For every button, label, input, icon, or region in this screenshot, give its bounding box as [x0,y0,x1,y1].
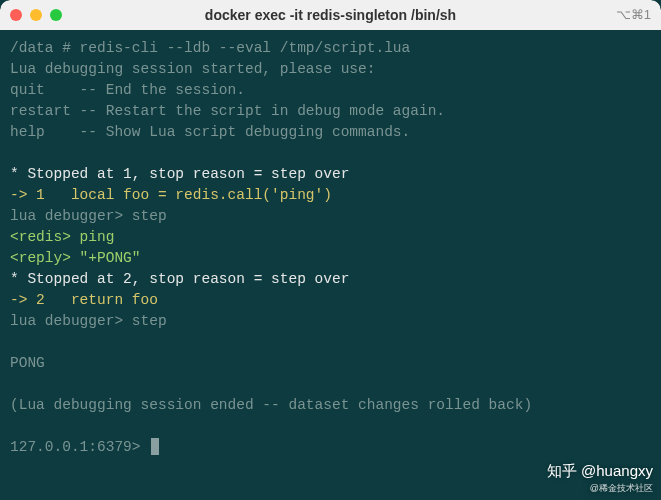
terminal-line: * Stopped at 2, stop reason = step over [10,269,651,290]
terminal-line [10,143,651,164]
window-title: docker exec -it redis-singleton /bin/sh [0,5,661,25]
terminal-line: quit -- End the session. [10,80,651,101]
terminal-line [10,332,651,353]
terminal-line: 127.0.0.1:6379> [10,437,651,458]
terminal-line: lua debugger> step [10,206,651,227]
keyboard-shortcut: ⌥⌘1 [616,6,651,25]
watermark: 知乎 @huangxy @稀金技术社区 [547,460,653,495]
titlebar: docker exec -it redis-singleton /bin/sh … [0,0,661,30]
terminal-line: help -- Show Lua script debugging comman… [10,122,651,143]
terminal-line: -> 2 return foo [10,290,651,311]
terminal-line: <redis> ping [10,227,651,248]
terminal-line: lua debugger> step [10,311,651,332]
terminal-line [10,374,651,395]
terminal-line: Lua debugging session started, please us… [10,59,651,80]
terminal-line: restart -- Restart the script in debug m… [10,101,651,122]
watermark-subtitle: @稀金技术社区 [547,482,653,495]
terminal-line: (Lua debugging session ended -- dataset … [10,395,651,416]
terminal-line [10,416,651,437]
terminal-line: * Stopped at 1, stop reason = step over [10,164,651,185]
traffic-lights [10,9,62,21]
terminal-line: /data # redis-cli --ldb --eval /tmp/scri… [10,38,651,59]
maximize-icon[interactable] [50,9,62,21]
terminal-line: <reply> "+PONG" [10,248,651,269]
terminal-output[interactable]: /data # redis-cli --ldb --eval /tmp/scri… [0,30,661,500]
watermark-handle: @huangxy [581,462,653,479]
watermark-brand: 知乎 [547,462,577,479]
cursor-icon [151,438,159,455]
terminal-line: PONG [10,353,651,374]
terminal-line: -> 1 local foo = redis.call('ping') [10,185,651,206]
minimize-icon[interactable] [30,9,42,21]
close-icon[interactable] [10,9,22,21]
